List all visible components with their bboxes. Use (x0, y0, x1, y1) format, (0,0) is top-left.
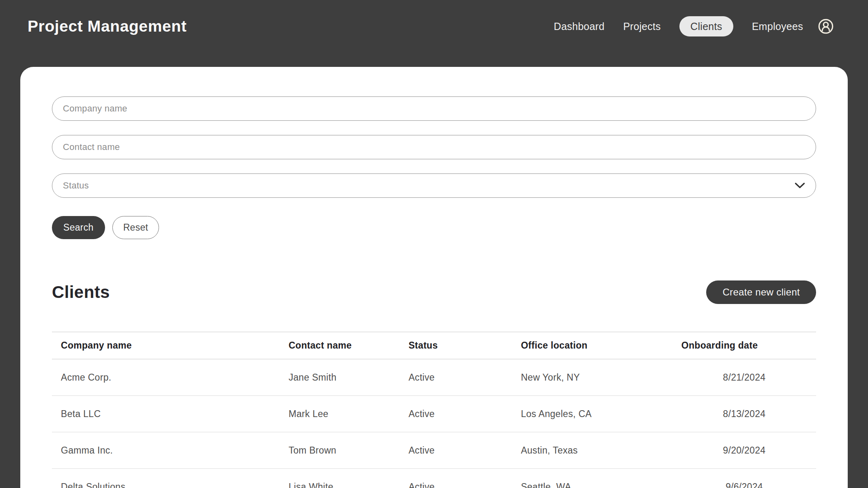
table-row: Gamma Inc.Tom BrownActiveAustin, Texas9/… (52, 432, 816, 469)
app-title: Project Management (28, 17, 187, 35)
status-select[interactable]: Status (52, 173, 816, 198)
filter-section: Status Search Reset (52, 96, 816, 239)
cell-company: Acme Corp. (52, 359, 279, 396)
table-row: Beta LLCMark LeeActiveLos Angeles, CA8/1… (52, 396, 816, 432)
header-right: DashboardProjectsClientsEmployees (554, 16, 834, 36)
cell-onboarded: 8/21/2024 (672, 359, 816, 396)
column-header-office-location: Office location (512, 332, 672, 359)
cell-contact: Jane Smith (279, 359, 400, 396)
table-row: Delta SolutionsLisa WhiteActiveSeattle, … (52, 469, 816, 488)
create-new-client-button[interactable]: Create new client (706, 280, 816, 304)
cell-location: Los Angeles, CA (512, 396, 672, 432)
nav-item-employees[interactable]: Employees (752, 21, 803, 32)
nav-item-dashboard[interactable]: Dashboard (554, 21, 604, 32)
column-header-company-name: Company name (52, 332, 279, 359)
clients-section-header: Clients Create new client (52, 280, 816, 304)
cell-contact: Lisa White (279, 469, 400, 488)
cell-contact: Tom Brown (279, 432, 400, 469)
column-header-onboarding-date: Onboarding date (672, 332, 816, 359)
cell-onboarded: 8/13/2024 (672, 396, 816, 432)
cell-location: New York, NY (512, 359, 672, 396)
table-header-row: Company nameContact nameStatusOffice loc… (52, 332, 816, 359)
app-header: Project Management DashboardProjectsClie… (0, 0, 868, 67)
nav-item-clients[interactable]: Clients (679, 16, 733, 36)
cell-status: Active (400, 396, 512, 432)
cell-location: Seattle, WA (512, 469, 672, 488)
clients-heading: Clients (52, 283, 110, 302)
status-select-placeholder: Status (63, 180, 89, 191)
chevron-down-icon (795, 182, 805, 189)
cell-status: Active (400, 432, 512, 469)
cell-company: Beta LLC (52, 396, 279, 432)
column-header-status: Status (400, 332, 512, 359)
company-name-input[interactable] (52, 96, 816, 121)
cell-location: Austin, Texas (512, 432, 672, 469)
cell-status: Active (400, 469, 512, 488)
cell-status: Active (400, 359, 512, 396)
cell-onboarded: 9/20/2024 (672, 432, 816, 469)
table-row: Acme Corp.Jane SmithActiveNew York, NY8/… (52, 359, 816, 396)
main-nav: DashboardProjectsClientsEmployees (554, 16, 803, 36)
cell-onboarded: 9/6/2024 (672, 469, 816, 488)
cell-company: Gamma Inc. (52, 432, 279, 469)
cell-contact: Mark Lee (279, 396, 400, 432)
search-button[interactable]: Search (52, 216, 105, 239)
nav-item-projects[interactable]: Projects (623, 21, 661, 32)
clients-table: Company nameContact nameStatusOffice loc… (52, 332, 816, 488)
column-header-contact-name: Contact name (279, 332, 400, 359)
user-circle-icon (818, 18, 834, 34)
content-card: Status Search Reset Clients Create new c… (20, 67, 848, 488)
filter-actions: Search Reset (52, 216, 816, 239)
reset-button[interactable]: Reset (112, 216, 159, 239)
cell-company: Delta Solutions (52, 469, 279, 488)
contact-name-input[interactable] (52, 135, 816, 159)
user-avatar-button[interactable] (818, 18, 834, 34)
